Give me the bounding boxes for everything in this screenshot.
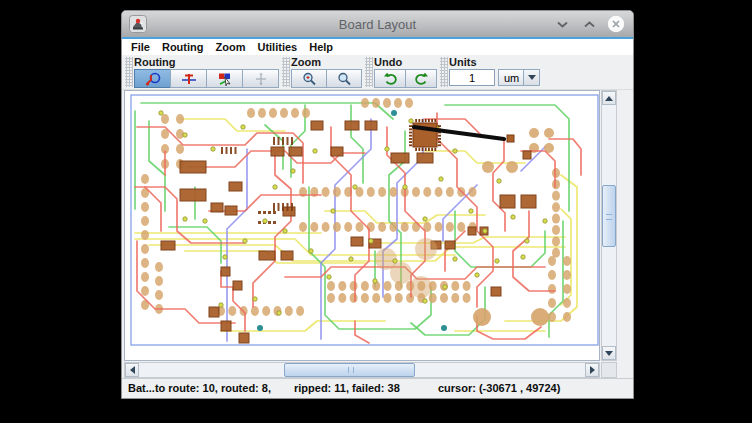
autoroute-icon [145,72,161,86]
toolbar-group-undo: Undo [374,55,437,89]
minimize-button[interactable] [553,15,571,33]
redo-button[interactable] [405,69,437,88]
move-item-button[interactable] [242,69,279,88]
chevron-down-icon [528,75,536,80]
horizontal-scrollbar-thumb[interactable] [284,363,415,377]
undo-button[interactable] [374,69,406,88]
arrow-up-icon [605,96,613,101]
vertical-scrollbar[interactable] [601,90,617,361]
zoom-out-button[interactable] [326,69,362,88]
units-dropdown[interactable]: um [498,69,540,86]
toolbar-group-label: Zoom [291,56,362,69]
vertical-scrollbar-thumb[interactable] [602,185,616,247]
horizontal-scroll-track[interactable] [139,363,585,377]
menu-item-zoom[interactable]: Zoom [210,41,252,53]
arrow-right-icon [590,366,595,374]
route-status: Bat...to route: 10, routed: 8, [128,382,271,394]
toolbar-group-label: Undo [374,56,437,69]
toolbar-group-routing: Routing [134,55,279,89]
units-dropdown-button[interactable] [523,70,539,85]
cursor-position: cursor: (-30671 , 49724) [438,382,560,394]
board-canvas[interactable] [124,90,600,361]
move-item-icon [253,72,269,86]
statusbar: Bat...to route: 10, routed: 8, ripped: 1… [122,378,633,398]
select-item-icon [217,72,233,86]
toolbar-group-label: Units [449,56,540,69]
chevron-up-icon [584,21,595,28]
redo-icon [414,72,429,86]
select-item-button[interactable] [206,69,243,88]
scrollbar-corner [601,362,617,378]
menu-item-utilities[interactable]: Utilities [251,41,303,53]
menu-item-file[interactable]: File [122,41,156,53]
desktop-background: Board Layout File Routing Zo [0,0,752,423]
zoom-in-icon [302,72,317,86]
units-value-input[interactable] [449,69,495,86]
scroll-left-button[interactable] [125,363,139,377]
menu-item-routing[interactable]: Routing [156,41,210,53]
titlebar[interactable]: Board Layout [122,11,633,37]
vertical-scroll-track[interactable] [602,105,616,346]
toolbar-group-zoom: Zoom [291,55,362,89]
menu-item-help[interactable]: Help [303,41,339,53]
canvas-area [122,90,633,378]
close-button[interactable] [607,15,625,33]
interactive-route-icon [181,72,197,86]
chevron-down-icon [557,21,568,28]
arrow-down-icon [605,351,613,356]
toolbar: Routing [122,55,633,90]
board-svg [125,91,600,361]
scroll-right-button[interactable] [585,363,599,377]
board-layout-window: Board Layout File Routing Zo [121,10,634,399]
interactive-route-button[interactable] [170,69,207,88]
toolbar-group-label: Routing [134,56,279,69]
toolbar-grip[interactable] [440,57,448,87]
undo-icon [383,72,398,86]
units-dropdown-value: um [499,72,523,84]
menubar: File Routing Zoom Utilities Help [122,39,633,55]
scroll-up-button[interactable] [602,91,616,105]
arrow-left-icon [130,366,135,374]
toolbar-grip[interactable] [282,57,290,87]
toolbar-grip[interactable] [125,57,133,87]
maximize-button[interactable] [580,15,598,33]
close-icon [607,15,625,33]
toolbar-grip[interactable] [365,57,373,87]
scroll-down-button[interactable] [602,346,616,360]
toolbar-group-units: Units um [449,55,540,89]
board-scrollpane [124,90,618,379]
zoom-out-icon [337,72,352,86]
horizontal-scrollbar[interactable] [124,362,600,378]
ripped-status: ripped: 11, failed: 38 [294,382,400,394]
autoroute-button[interactable] [134,69,171,88]
zoom-in-button[interactable] [291,69,327,88]
